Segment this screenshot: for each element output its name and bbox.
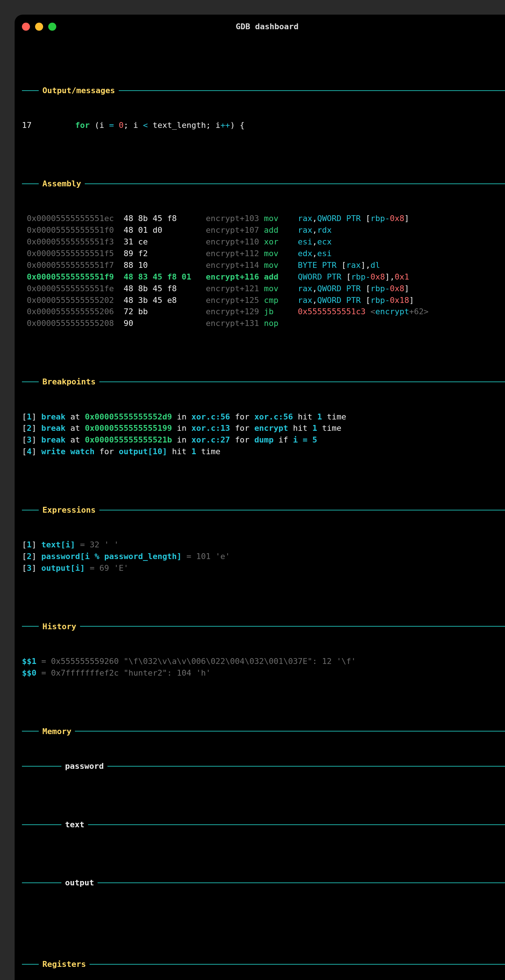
history-row: $$0 = 0x7fffffffef2c "hunter2": 104 'h' <box>22 667 505 679</box>
traffic-lights <box>22 23 56 31</box>
section-expressions: Expressions <box>22 504 505 516</box>
close-icon[interactable] <box>22 23 30 31</box>
history-row: $$1 = 0x555555559260 "\f\032\v\a\v\006\0… <box>22 655 505 667</box>
asm-row: 0x00005555555551f3 31 ce encrypt+110 xor… <box>22 236 505 248</box>
titlebar: GDB dashboard <box>14 21 505 38</box>
asm-row: 0x00005555555551f5 89 f2 encrypt+112 mov… <box>22 248 505 259</box>
maximize-icon[interactable] <box>48 23 56 31</box>
asm-row: 0x0000555555555206 72 bb encrypt+129 jb … <box>22 306 505 318</box>
window-title: GDB dashboard <box>14 21 505 32</box>
section-assembly: Assembly <box>22 178 505 189</box>
memory-sub-text: text <box>22 819 505 830</box>
asm-row: 0x00005555555551f9 48 83 45 f8 01 encryp… <box>22 271 505 283</box>
section-memory: Memory <box>22 726 505 737</box>
breakpoint-row: [1] break at 0x00005555555552d9 in xor.c… <box>22 411 505 423</box>
expression-row: [2] password[i % password_length] = 101 … <box>22 550 505 562</box>
terminal-content: Output/messages 17 for (i = 0; i < text_… <box>14 38 505 980</box>
asm-row: 0x00005555555551f0 48 01 d0 encrypt+107 … <box>22 224 505 236</box>
asm-row: 0x00005555555551ec 48 8b 45 f8 encrypt+1… <box>22 213 505 224</box>
asm-row: 0x00005555555551fe 48 8b 45 f8 encrypt+1… <box>22 283 505 294</box>
minimize-icon[interactable] <box>35 23 43 31</box>
memory-sub-password: password <box>22 760 505 772</box>
section-breakpoints: Breakpoints <box>22 376 505 388</box>
asm-row: 0x0000555555555208 90 encrypt+131 nop <box>22 318 505 329</box>
asm-row: 0x00005555555551f7 88 10 encrypt+114 mov… <box>22 259 505 271</box>
asm-row: 0x0000555555555202 48 3b 45 e8 encrypt+1… <box>22 294 505 306</box>
breakpoint-row: [4] write watch for output[10] hit 1 tim… <box>22 446 505 458</box>
breakpoint-row: [3] break at 0x000055555555521b in xor.c… <box>22 434 505 446</box>
output-line: 17 for (i = 0; i < text_length; i++) { <box>22 119 505 131</box>
expression-row: [1] text[i] = 32 ' ' <box>22 539 505 550</box>
section-output: Output/messages <box>22 85 505 97</box>
breakpoint-row: [2] break at 0x0000555555555199 in xor.c… <box>22 422 505 434</box>
section-registers: Registers <box>22 958 505 970</box>
expression-row: [3] output[i] = 69 'E' <box>22 562 505 574</box>
terminal-window: GDB dashboard Output/messages 17 for (i … <box>14 14 505 980</box>
section-history: History <box>22 621 505 633</box>
memory-sub-output: output <box>22 877 505 889</box>
